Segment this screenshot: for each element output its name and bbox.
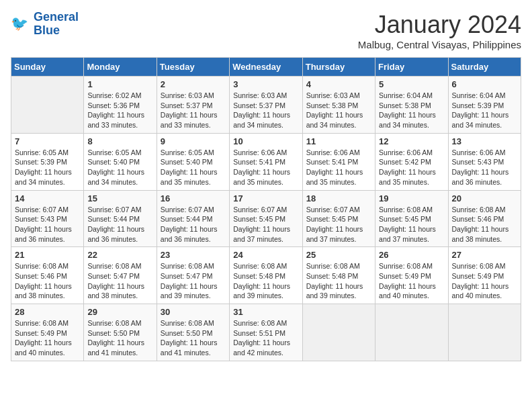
sunset-text: Sunset: 5:51 PM <box>233 328 298 338</box>
calendar-cell: 3 Sunrise: 6:03 AM Sunset: 5:37 PM Dayli… <box>230 77 302 134</box>
cell-info: Sunrise: 6:06 AM Sunset: 5:41 PM Dayligh… <box>233 148 298 187</box>
sunset-text: Sunset: 5:50 PM <box>87 328 152 338</box>
sunset-text: Sunset: 5:44 PM <box>161 214 226 224</box>
daylight-text: Daylight: 11 hours and 41 minutes. <box>87 338 152 357</box>
cell-info: Sunrise: 6:08 AM Sunset: 5:48 PM Dayligh… <box>306 261 371 301</box>
sunrise-text: Sunrise: 6:08 AM <box>161 318 226 328</box>
daylight-text: Daylight: 11 hours and 36 minutes. <box>161 224 226 244</box>
day-number: 3 <box>233 79 298 89</box>
sunrise-text: Sunrise: 6:08 AM <box>452 261 517 271</box>
daylight-text: Daylight: 11 hours and 36 minutes. <box>452 167 517 187</box>
sunrise-text: Sunrise: 6:08 AM <box>379 205 444 215</box>
sunrise-text: Sunrise: 6:06 AM <box>452 148 517 158</box>
day-number: 14 <box>15 193 80 203</box>
sunrise-text: Sunrise: 6:07 AM <box>233 205 298 215</box>
calendar-cell: 12 Sunrise: 6:06 AM Sunset: 5:42 PM Dayl… <box>375 133 448 190</box>
cell-info: Sunrise: 6:05 AM Sunset: 5:40 PM Dayligh… <box>161 148 226 187</box>
cell-info: Sunrise: 6:08 AM Sunset: 5:50 PM Dayligh… <box>161 318 226 358</box>
calendar-cell: 4 Sunrise: 6:03 AM Sunset: 5:38 PM Dayli… <box>302 77 375 134</box>
sunrise-text: Sunrise: 6:03 AM <box>306 91 371 101</box>
sunset-text: Sunset: 5:49 PM <box>15 328 80 338</box>
sunset-text: Sunset: 5:40 PM <box>87 157 152 167</box>
calendar-cell: 30 Sunrise: 6:08 AM Sunset: 5:50 PM Dayl… <box>157 304 229 361</box>
sunrise-text: Sunrise: 6:07 AM <box>306 205 371 215</box>
day-number: 8 <box>87 136 152 146</box>
sunset-text: Sunset: 5:47 PM <box>161 271 226 281</box>
sunrise-text: Sunrise: 6:03 AM <box>161 91 226 101</box>
cell-info: Sunrise: 6:08 AM Sunset: 5:49 PM Dayligh… <box>452 261 517 301</box>
col-header-friday: Friday <box>375 58 448 77</box>
daylight-text: Daylight: 11 hours and 39 minutes. <box>306 281 371 301</box>
cell-info: Sunrise: 6:04 AM Sunset: 5:38 PM Dayligh… <box>379 91 444 130</box>
cell-info: Sunrise: 6:08 AM Sunset: 5:50 PM Dayligh… <box>87 318 152 358</box>
day-number: 31 <box>233 307 298 317</box>
sunrise-text: Sunrise: 6:08 AM <box>233 318 298 328</box>
day-number: 23 <box>161 250 226 260</box>
calendar-cell <box>448 304 521 361</box>
calendar-cell: 16 Sunrise: 6:07 AM Sunset: 5:44 PM Dayl… <box>157 190 229 247</box>
cell-info: Sunrise: 6:06 AM Sunset: 5:42 PM Dayligh… <box>379 148 444 187</box>
sunset-text: Sunset: 5:39 PM <box>452 101 517 111</box>
sunset-text: Sunset: 5:37 PM <box>233 101 298 111</box>
cell-info: Sunrise: 6:07 AM Sunset: 5:44 PM Dayligh… <box>161 205 226 244</box>
cell-info: Sunrise: 6:07 AM Sunset: 5:45 PM Dayligh… <box>306 205 371 244</box>
cell-info: Sunrise: 6:06 AM Sunset: 5:43 PM Dayligh… <box>452 148 517 187</box>
sunrise-text: Sunrise: 6:07 AM <box>161 205 226 215</box>
cell-info: Sunrise: 6:08 AM Sunset: 5:45 PM Dayligh… <box>379 205 444 244</box>
daylight-text: Daylight: 11 hours and 40 minutes. <box>452 281 517 301</box>
calendar-cell: 31 Sunrise: 6:08 AM Sunset: 5:51 PM Dayl… <box>230 304 302 361</box>
col-header-saturday: Saturday <box>448 58 521 77</box>
daylight-text: Daylight: 11 hours and 41 minutes. <box>161 338 226 357</box>
daylight-text: Daylight: 11 hours and 34 minutes. <box>15 167 80 187</box>
cell-info: Sunrise: 6:08 AM Sunset: 5:47 PM Dayligh… <box>161 261 226 301</box>
sunset-text: Sunset: 5:41 PM <box>306 157 371 167</box>
day-number: 27 <box>452 250 517 260</box>
cell-info: Sunrise: 6:07 AM Sunset: 5:44 PM Dayligh… <box>87 205 152 244</box>
sunset-text: Sunset: 5:40 PM <box>161 157 226 167</box>
cell-info: Sunrise: 6:04 AM Sunset: 5:39 PM Dayligh… <box>452 91 517 130</box>
sunrise-text: Sunrise: 6:07 AM <box>87 205 152 215</box>
daylight-text: Daylight: 11 hours and 39 minutes. <box>233 281 298 301</box>
cell-info: Sunrise: 6:08 AM Sunset: 5:51 PM Dayligh… <box>233 318 298 358</box>
cell-info: Sunrise: 6:08 AM Sunset: 5:46 PM Dayligh… <box>15 261 80 301</box>
daylight-text: Daylight: 11 hours and 33 minutes. <box>161 110 226 130</box>
daylight-text: Daylight: 11 hours and 38 minutes. <box>15 281 80 301</box>
calendar-cell: 27 Sunrise: 6:08 AM Sunset: 5:49 PM Dayl… <box>448 247 521 304</box>
logo-general: General <box>34 10 79 24</box>
sunset-text: Sunset: 5:37 PM <box>161 101 226 111</box>
calendar-header-row: SundayMondayTuesdayWednesdayThursdayFrid… <box>11 58 521 77</box>
month-title: January 2024 <box>358 11 521 39</box>
calendar-cell: 20 Sunrise: 6:08 AM Sunset: 5:46 PM Dayl… <box>448 190 521 247</box>
sunrise-text: Sunrise: 6:08 AM <box>233 261 298 271</box>
col-header-tuesday: Tuesday <box>157 58 229 77</box>
sunset-text: Sunset: 5:48 PM <box>306 271 371 281</box>
sunrise-text: Sunrise: 6:06 AM <box>379 148 444 158</box>
day-number: 24 <box>233 250 298 260</box>
daylight-text: Daylight: 11 hours and 35 minutes. <box>233 167 298 187</box>
cell-info: Sunrise: 6:03 AM Sunset: 5:37 PM Dayligh… <box>161 91 226 130</box>
daylight-text: Daylight: 11 hours and 37 minutes. <box>233 224 298 244</box>
cell-info: Sunrise: 6:07 AM Sunset: 5:43 PM Dayligh… <box>15 205 80 244</box>
day-number: 29 <box>87 307 152 317</box>
cell-info: Sunrise: 6:03 AM Sunset: 5:38 PM Dayligh… <box>306 91 371 130</box>
calendar-cell <box>302 304 375 361</box>
daylight-text: Daylight: 11 hours and 36 minutes. <box>87 224 152 244</box>
calendar-cell: 18 Sunrise: 6:07 AM Sunset: 5:45 PM Dayl… <box>302 190 375 247</box>
daylight-text: Daylight: 11 hours and 35 minutes. <box>379 167 444 187</box>
daylight-text: Daylight: 11 hours and 38 minutes. <box>452 224 517 244</box>
day-number: 9 <box>161 136 226 146</box>
calendar-week-row: 14 Sunrise: 6:07 AM Sunset: 5:43 PM Dayl… <box>11 190 521 247</box>
daylight-text: Daylight: 11 hours and 36 minutes. <box>15 224 80 244</box>
cell-info: Sunrise: 6:08 AM Sunset: 5:46 PM Dayligh… <box>452 205 517 244</box>
day-number: 22 <box>87 250 152 260</box>
calendar-cell: 21 Sunrise: 6:08 AM Sunset: 5:46 PM Dayl… <box>11 247 84 304</box>
sunset-text: Sunset: 5:38 PM <box>379 101 444 111</box>
cell-info: Sunrise: 6:08 AM Sunset: 5:49 PM Dayligh… <box>379 261 444 301</box>
sunrise-text: Sunrise: 6:08 AM <box>452 205 517 215</box>
daylight-text: Daylight: 11 hours and 38 minutes. <box>87 281 152 301</box>
daylight-text: Daylight: 11 hours and 34 minutes. <box>379 110 444 130</box>
sunset-text: Sunset: 5:44 PM <box>87 214 152 224</box>
sunset-text: Sunset: 5:38 PM <box>306 101 371 111</box>
day-number: 7 <box>15 136 80 146</box>
day-number: 2 <box>161 79 226 89</box>
